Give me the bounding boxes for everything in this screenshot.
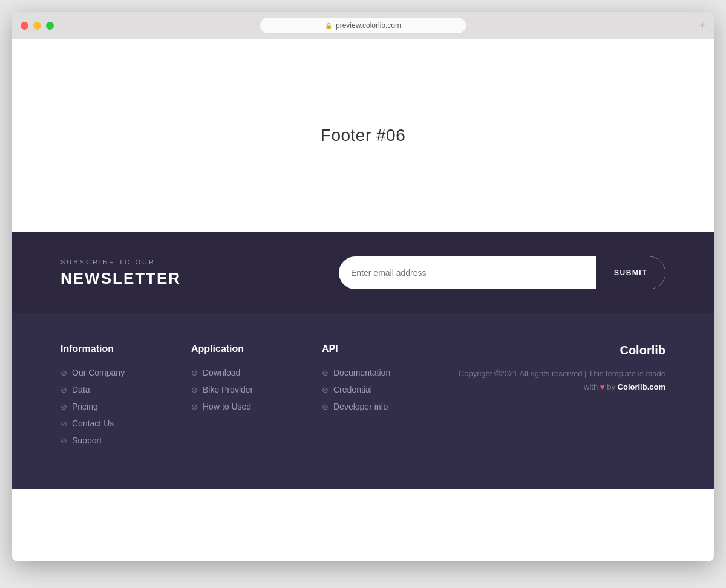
api-link-developer-info[interactable]: Developer info bbox=[333, 402, 388, 411]
browser-window: 🔒 preview.colorlib.com + Footer #06 SUBS… bbox=[12, 12, 714, 561]
api-link-documentation[interactable]: Documentation bbox=[333, 368, 390, 377]
copyright-by: by bbox=[607, 382, 615, 391]
list-item: ⊘ Contact Us bbox=[60, 419, 167, 428]
minimize-button[interactable] bbox=[33, 22, 41, 30]
footer-col-information-title: Information bbox=[60, 344, 167, 354]
page-title: Footer #06 bbox=[321, 126, 405, 145]
main-content-area: Footer #06 bbox=[12, 39, 714, 232]
footer-col-api: API ⊘ Documentation ⊘ Credential ⊘ Devel bbox=[322, 344, 428, 452]
footer-col-information: Information ⊘ Our Company ⊘ Data ⊘ Prici bbox=[60, 344, 167, 452]
check-icon: ⊘ bbox=[60, 436, 67, 445]
newsletter-section: SUBSCRIBE TO OUR NEWSLETTER SUBMIT bbox=[12, 232, 714, 313]
address-bar[interactable]: 🔒 preview.colorlib.com bbox=[260, 18, 466, 33]
api-link-credential[interactable]: Credential bbox=[333, 385, 372, 394]
colorlib-link[interactable]: Colorlib.com bbox=[618, 382, 666, 391]
copyright-text: Copyright ©2021 All rights reserved | Th… bbox=[453, 367, 666, 394]
footer-section: Information ⊘ Our Company ⊘ Data ⊘ Prici bbox=[12, 313, 714, 489]
information-link-data[interactable]: Data bbox=[72, 385, 90, 394]
list-item: ⊘ Bike Provider bbox=[191, 385, 298, 394]
footer-col-application-list: ⊘ Download ⊘ Bike Provider ⊘ How to Used bbox=[191, 368, 298, 411]
check-icon: ⊘ bbox=[60, 419, 67, 428]
check-icon: ⊘ bbox=[322, 385, 329, 394]
check-icon: ⊘ bbox=[191, 385, 198, 394]
list-item: ⊘ Pricing bbox=[60, 402, 167, 411]
submit-button[interactable]: SUBMIT bbox=[596, 256, 666, 289]
information-link-contact[interactable]: Contact Us bbox=[72, 419, 114, 428]
list-item: ⊘ Developer info bbox=[322, 402, 428, 411]
email-input[interactable] bbox=[351, 268, 596, 278]
footer-col-brand: Colorlib Copyright ©2021 All rights rese… bbox=[453, 344, 666, 452]
browser-titlebar: 🔒 preview.colorlib.com + bbox=[12, 12, 714, 39]
footer-col-api-list: ⊘ Documentation ⊘ Credential ⊘ Developer… bbox=[322, 368, 428, 411]
check-icon: ⊘ bbox=[60, 368, 67, 377]
list-item: ⊘ Our Company bbox=[60, 368, 167, 377]
close-button[interactable] bbox=[21, 22, 28, 30]
information-link-our-company[interactable]: Our Company bbox=[72, 368, 125, 377]
check-icon: ⊘ bbox=[322, 368, 329, 377]
url-text: preview.colorlib.com bbox=[336, 21, 401, 30]
footer-col-information-list: ⊘ Our Company ⊘ Data ⊘ Pricing ⊘ bbox=[60, 368, 167, 445]
check-icon: ⊘ bbox=[191, 402, 198, 411]
newsletter-text: SUBSCRIBE TO OUR NEWSLETTER bbox=[60, 258, 181, 288]
list-item: ⊘ Download bbox=[191, 368, 298, 377]
list-item: ⊘ Documentation bbox=[322, 368, 428, 377]
bottom-white-area bbox=[12, 489, 714, 561]
newsletter-form: SUBMIT bbox=[339, 256, 666, 289]
newsletter-sub-label: SUBSCRIBE TO OUR bbox=[60, 258, 181, 266]
maximize-button[interactable] bbox=[46, 22, 54, 30]
check-icon: ⊘ bbox=[191, 368, 198, 377]
check-icon: ⊘ bbox=[60, 385, 67, 394]
list-item: ⊘ Data bbox=[60, 385, 167, 394]
footer-grid: Information ⊘ Our Company ⊘ Data ⊘ Prici bbox=[60, 344, 666, 452]
footer-col-application-title: Application bbox=[191, 344, 298, 354]
list-item: ⊘ Credential bbox=[322, 385, 428, 394]
newsletter-main-label: NEWSLETTER bbox=[60, 269, 181, 288]
check-icon: ⊘ bbox=[322, 402, 329, 411]
check-icon: ⊘ bbox=[60, 402, 67, 411]
information-link-pricing[interactable]: Pricing bbox=[72, 402, 98, 411]
application-link-bike-provider[interactable]: Bike Provider bbox=[203, 385, 253, 394]
information-link-support[interactable]: Support bbox=[72, 436, 102, 445]
list-item: ⊘ How to Used bbox=[191, 402, 298, 411]
footer-col-api-title: API bbox=[322, 344, 428, 354]
application-link-download[interactable]: Download bbox=[203, 368, 240, 377]
new-tab-button[interactable]: + bbox=[699, 19, 705, 32]
application-link-how-to-used[interactable]: How to Used bbox=[203, 402, 251, 411]
footer-col-application: Application ⊘ Download ⊘ Bike Provider ⊘ bbox=[191, 344, 298, 452]
brand-name: Colorlib bbox=[453, 344, 666, 358]
lock-icon: 🔒 bbox=[325, 22, 332, 29]
list-item: ⊘ Support bbox=[60, 436, 167, 445]
heart-icon: ♥ bbox=[600, 382, 605, 391]
page-content: Footer #06 SUBSCRIBE TO OUR NEWSLETTER S… bbox=[12, 39, 714, 561]
